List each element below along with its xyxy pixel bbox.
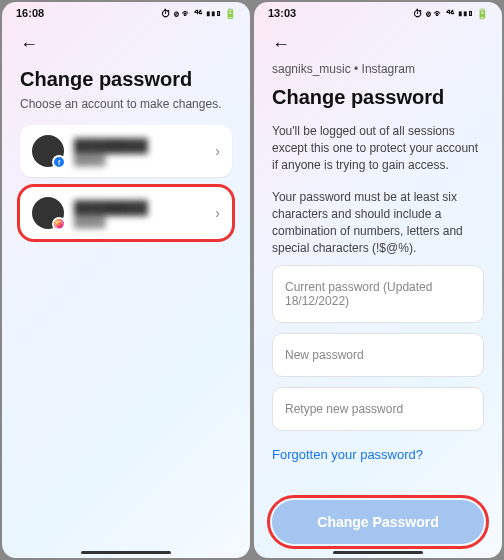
home-indicator[interactable] (81, 551, 171, 554)
forgot-password-link[interactable]: Forgotten your password? (272, 447, 484, 462)
account-text: ████████ ████ (74, 138, 205, 165)
status-icons: ⏱ ⊘ ᯤ ⁴⁶ ▮▮▯ 🔋 (161, 8, 236, 19)
account-text: ████████ ████ (74, 200, 205, 227)
breadcrumb: sagniks_music • Instagram (272, 62, 484, 76)
status-bar: 16:08 ⏱ ⊘ ᯤ ⁴⁶ ▮▮▯ 🔋 (2, 2, 250, 24)
facebook-badge-icon: f (52, 155, 66, 169)
account-item-facebook[interactable]: f ████████ ████ › (20, 125, 232, 177)
status-bar: 13:03 ⏱ ⊘ ᯤ ⁴⁶ ▮▮▯ 🔋 (254, 2, 502, 24)
page-subtitle: Choose an account to make changes. (20, 97, 232, 111)
chevron-right-icon: › (215, 205, 220, 221)
chevron-right-icon: › (215, 143, 220, 159)
avatar: f (32, 135, 64, 167)
status-icons: ⏱ ⊘ ᯤ ⁴⁶ ▮▮▯ 🔋 (413, 8, 488, 19)
page-title: Change password (20, 68, 232, 91)
status-time: 16:08 (16, 7, 44, 19)
avatar: ◯ (32, 197, 64, 229)
back-arrow-icon[interactable]: ← (272, 34, 290, 55)
current-password-field[interactable]: Current password (Updated 18/12/2022) (272, 265, 484, 323)
instagram-badge-icon: ◯ (52, 217, 66, 231)
page-title: Change password (272, 86, 484, 109)
home-indicator[interactable] (333, 551, 423, 554)
description-1: You'll be logged out of all sessions exc… (272, 123, 484, 173)
status-time: 13:03 (268, 7, 296, 19)
change-password-button[interactable]: Change Password (272, 500, 484, 544)
account-item-instagram[interactable]: ◯ ████████ ████ › (20, 187, 232, 239)
phone-left: 16:08 ⏱ ⊘ ᯤ ⁴⁶ ▮▮▯ 🔋 ← Change password C… (2, 2, 250, 558)
description-2: Your password must be at least six chara… (272, 189, 484, 256)
new-password-field[interactable]: New password (272, 333, 484, 377)
retype-password-field[interactable]: Retype new password (272, 387, 484, 431)
back-arrow-icon[interactable]: ← (20, 34, 38, 55)
phone-right: 13:03 ⏱ ⊘ ᯤ ⁴⁶ ▮▮▯ 🔋 ← sagniks_music • I… (254, 2, 502, 558)
